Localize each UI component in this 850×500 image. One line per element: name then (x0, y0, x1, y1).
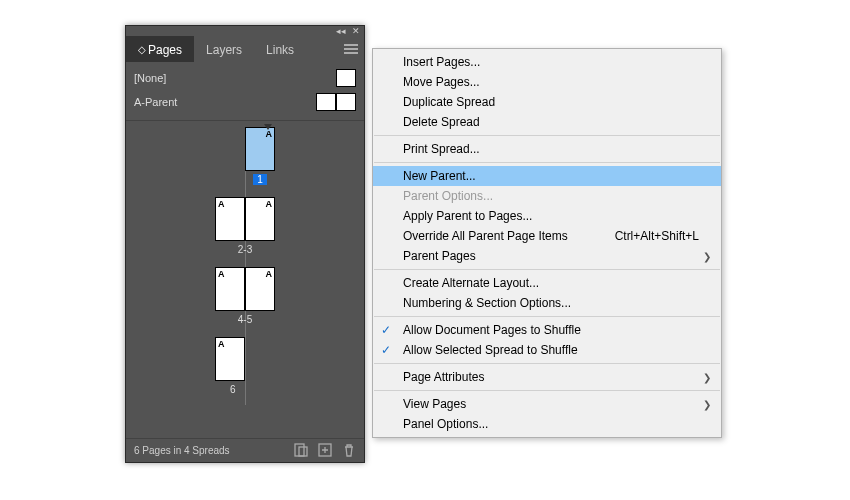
page-3[interactable]: A (245, 197, 275, 241)
menu-separator (374, 363, 720, 364)
caret-icon (264, 122, 272, 128)
panel-footer: 6 Pages in 4 Spreads (126, 438, 364, 462)
tab-pages-label: Pages (148, 43, 182, 57)
menu-print-spread[interactable]: Print Spread... (373, 139, 721, 159)
collapse-icon[interactable]: ◂◂ (336, 27, 346, 36)
master-none[interactable]: [None] (126, 66, 364, 90)
pages-panel: ◂◂ ✕ ◇ Pages Layers Links [None] A-Paren… (125, 25, 365, 463)
page-2-master: A (218, 199, 225, 209)
chevron-right-icon: ❯ (703, 399, 711, 410)
menu-numbering-section-options[interactable]: Numbering & Section Options... (373, 293, 721, 313)
page-6-master: A (218, 339, 225, 349)
tab-links-label: Links (266, 43, 294, 57)
footer-status: 6 Pages in 4 Spreads (134, 445, 230, 456)
tab-pages[interactable]: ◇ Pages (126, 36, 194, 62)
page-5-master: A (266, 269, 273, 279)
spread-1[interactable]: A 1 (245, 127, 275, 185)
menu-override-parent-items[interactable]: Override All Parent Page Items Ctrl+Alt+… (373, 226, 721, 246)
flyout-menu-button[interactable] (338, 36, 364, 62)
menu-override-shortcut: Ctrl+Alt+Shift+L (615, 229, 699, 243)
tab-layers[interactable]: Layers (194, 36, 254, 62)
pages-4-5-number: 4-5 (238, 314, 252, 325)
page-1[interactable]: A (245, 127, 275, 171)
masters-section: [None] A-Parent (126, 62, 364, 121)
close-icon[interactable]: ✕ (352, 27, 360, 36)
menu-move-pages[interactable]: Move Pages... (373, 72, 721, 92)
svg-rect-2 (299, 447, 307, 456)
master-a-parent-label: A-Parent (134, 96, 177, 108)
pages-2-3-number: 2-3 (238, 244, 252, 255)
pages-section: A 1 A A 2-3 A A 4-5 (126, 121, 364, 411)
page-5[interactable]: A (245, 267, 275, 311)
page-1-master: A (266, 129, 273, 139)
tab-layers-label: Layers (206, 43, 242, 57)
menu-duplicate-spread[interactable]: Duplicate Spread (373, 92, 721, 112)
page-6[interactable]: A (215, 337, 245, 381)
spread-2-3[interactable]: A A 2-3 (215, 197, 275, 255)
menu-panel-options[interactable]: Panel Options... (373, 414, 721, 434)
menu-parent-pages[interactable]: Parent Pages ❯ (373, 246, 721, 266)
menu-allow-doc-shuffle[interactable]: ✓ Allow Document Pages to Shuffle (373, 320, 721, 340)
page-4-master: A (218, 269, 225, 279)
edit-page-size-icon[interactable] (294, 443, 308, 459)
menu-page-attributes[interactable]: Page Attributes ❯ (373, 367, 721, 387)
pages-flyout-menu: Insert Pages... Move Pages... Duplicate … (372, 48, 722, 438)
master-none-thumb (336, 69, 356, 87)
menu-apply-parent[interactable]: Apply Parent to Pages... (373, 206, 721, 226)
page-1-number: 1 (253, 174, 267, 185)
menu-parent-options: Parent Options... (373, 186, 721, 206)
menu-insert-pages[interactable]: Insert Pages... (373, 52, 721, 72)
menu-new-parent[interactable]: New Parent... (373, 166, 721, 186)
spread-6[interactable]: A 6 (215, 337, 245, 395)
chevron-right-icon: ❯ (703, 251, 711, 262)
delete-page-icon[interactable] (342, 443, 356, 459)
menu-allow-spread-shuffle[interactable]: ✓ Allow Selected Spread to Shuffle (373, 340, 721, 360)
panel-topbar: ◂◂ ✕ (126, 26, 364, 36)
chevron-right-icon: ❯ (703, 372, 711, 383)
check-icon: ✓ (381, 343, 391, 357)
page-4[interactable]: A (215, 267, 245, 311)
check-icon: ✓ (381, 323, 391, 337)
page-3-master: A (266, 199, 273, 209)
menu-create-alternate-layout[interactable]: Create Alternate Layout... (373, 273, 721, 293)
spread-4-5[interactable]: A A 4-5 (215, 267, 275, 325)
panel-body: [None] A-Parent A (126, 62, 364, 438)
menu-delete-spread[interactable]: Delete Spread (373, 112, 721, 132)
menu-view-pages[interactable]: View Pages ❯ (373, 394, 721, 414)
page-2[interactable]: A (215, 197, 245, 241)
master-a-thumb-right (336, 93, 356, 111)
master-none-label: [None] (134, 72, 166, 84)
menu-separator (374, 135, 720, 136)
master-a-parent[interactable]: A-Parent (126, 90, 364, 114)
menu-separator (374, 390, 720, 391)
tab-links[interactable]: Links (254, 36, 306, 62)
panel-tabbar: ◇ Pages Layers Links (126, 36, 364, 62)
menu-separator (374, 269, 720, 270)
master-a-thumb-left (316, 93, 336, 111)
menu-separator (374, 316, 720, 317)
page-6-number: 6 (230, 384, 236, 395)
updown-icon: ◇ (138, 44, 144, 55)
new-page-icon[interactable] (318, 443, 332, 459)
menu-separator (374, 162, 720, 163)
